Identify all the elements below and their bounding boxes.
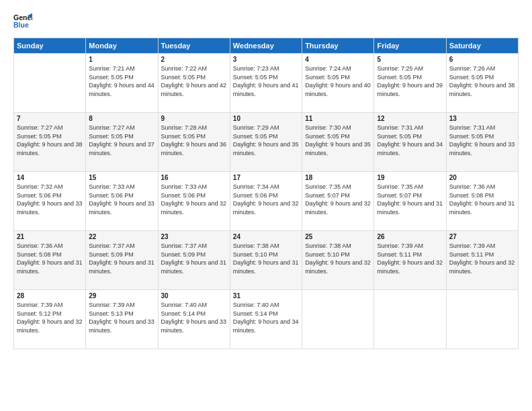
calendar-week-row: 28Sunrise: 7:39 AMSunset: 5:12 PMDayligh…: [14, 290, 519, 349]
weekday-header: Monday: [86, 38, 158, 54]
day-number: 8: [89, 115, 154, 122]
cell-info: Sunrise: 7:31 AMSunset: 5:05 PMDaylight:…: [377, 124, 443, 157]
weekday-header: Friday: [374, 38, 446, 54]
cell-info: Sunrise: 7:24 AMSunset: 5:05 PMDaylight:…: [305, 64, 371, 98]
calendar-cell: 2Sunrise: 7:22 AMSunset: 5:05 PMDaylight…: [158, 54, 230, 113]
cell-info: Sunrise: 7:37 AMSunset: 5:09 PMDaylight:…: [161, 242, 227, 275]
cell-info: Sunrise: 7:27 AMSunset: 5:05 PMDaylight:…: [17, 124, 83, 157]
day-number: 22: [89, 233, 154, 240]
cell-info: Sunrise: 7:36 AMSunset: 5:08 PMDaylight:…: [449, 183, 515, 216]
day-number: 12: [377, 115, 443, 122]
calendar-cell: 16Sunrise: 7:33 AMSunset: 5:06 PMDayligh…: [158, 172, 230, 231]
day-number: 24: [233, 233, 299, 240]
calendar-cell: 13Sunrise: 7:31 AMSunset: 5:05 PMDayligh…: [446, 113, 518, 172]
cell-info: Sunrise: 7:39 AMSunset: 5:13 PMDaylight:…: [89, 301, 154, 334]
calendar-week-row: 21Sunrise: 7:36 AMSunset: 5:08 PMDayligh…: [14, 231, 519, 290]
calendar-cell: 15Sunrise: 7:33 AMSunset: 5:06 PMDayligh…: [86, 172, 158, 231]
weekday-header: Saturday: [446, 38, 518, 54]
day-number: 11: [305, 115, 371, 122]
cell-info: Sunrise: 7:27 AMSunset: 5:05 PMDaylight:…: [89, 124, 154, 157]
day-number: 18: [305, 174, 371, 181]
cell-info: Sunrise: 7:35 AMSunset: 5:07 PMDaylight:…: [305, 183, 371, 216]
calendar-cell: 24Sunrise: 7:38 AMSunset: 5:10 PMDayligh…: [230, 231, 302, 290]
calendar-cell: 28Sunrise: 7:39 AMSunset: 5:12 PMDayligh…: [14, 290, 86, 349]
calendar-cell: 26Sunrise: 7:39 AMSunset: 5:11 PMDayligh…: [374, 231, 446, 290]
calendar-cell: [374, 290, 446, 349]
cell-info: Sunrise: 7:40 AMSunset: 5:14 PMDaylight:…: [233, 301, 299, 334]
cell-info: Sunrise: 7:34 AMSunset: 5:06 PMDaylight:…: [233, 183, 299, 216]
day-number: 10: [233, 115, 299, 122]
cell-info: Sunrise: 7:33 AMSunset: 5:06 PMDaylight:…: [161, 183, 227, 216]
calendar-week-row: 7Sunrise: 7:27 AMSunset: 5:05 PMDaylight…: [14, 113, 519, 172]
day-number: 14: [17, 174, 83, 181]
day-number: 13: [449, 115, 515, 122]
cell-info: Sunrise: 7:21 AMSunset: 5:05 PMDaylight:…: [89, 64, 154, 98]
calendar-table: SundayMondayTuesdayWednesdayThursdayFrid…: [13, 38, 519, 349]
calendar-cell: 22Sunrise: 7:37 AMSunset: 5:09 PMDayligh…: [86, 231, 158, 290]
logo-icon: General Blue: [13, 12, 32, 31]
calendar-cell: 8Sunrise: 7:27 AMSunset: 5:05 PMDaylight…: [86, 113, 158, 172]
cell-info: Sunrise: 7:32 AMSunset: 5:06 PMDaylight:…: [17, 183, 83, 216]
day-number: 20: [449, 174, 515, 181]
day-number: 15: [89, 174, 154, 181]
calendar-header-row: SundayMondayTuesdayWednesdayThursdayFrid…: [14, 38, 519, 54]
calendar-page: General Blue SundayMondayTuesdayWednesda…: [0, 0, 532, 411]
calendar-cell: [302, 290, 374, 349]
calendar-cell: 18Sunrise: 7:35 AMSunset: 5:07 PMDayligh…: [302, 172, 374, 231]
svg-text:Blue: Blue: [13, 21, 29, 29]
day-number: 27: [449, 233, 515, 240]
cell-info: Sunrise: 7:37 AMSunset: 5:09 PMDaylight:…: [89, 242, 154, 275]
calendar-cell: [446, 290, 518, 349]
calendar-cell: 7Sunrise: 7:27 AMSunset: 5:05 PMDaylight…: [14, 113, 86, 172]
calendar-cell: 9Sunrise: 7:28 AMSunset: 5:05 PMDaylight…: [158, 113, 230, 172]
day-number: 17: [233, 174, 299, 181]
calendar-cell: 23Sunrise: 7:37 AMSunset: 5:09 PMDayligh…: [158, 231, 230, 290]
calendar-cell: 20Sunrise: 7:36 AMSunset: 5:08 PMDayligh…: [446, 172, 518, 231]
cell-info: Sunrise: 7:38 AMSunset: 5:10 PMDaylight:…: [305, 242, 371, 275]
day-number: 9: [161, 115, 227, 122]
weekday-header: Wednesday: [230, 38, 302, 54]
calendar-cell: 3Sunrise: 7:23 AMSunset: 5:05 PMDaylight…: [230, 54, 302, 113]
day-number: 16: [161, 174, 227, 181]
cell-info: Sunrise: 7:39 AMSunset: 5:12 PMDaylight:…: [17, 301, 83, 334]
day-number: 26: [377, 233, 443, 240]
calendar-cell: 31Sunrise: 7:40 AMSunset: 5:14 PMDayligh…: [230, 290, 302, 349]
weekday-header: Tuesday: [158, 38, 230, 54]
weekday-header: Sunday: [14, 38, 86, 54]
calendar-cell: 29Sunrise: 7:39 AMSunset: 5:13 PMDayligh…: [86, 290, 158, 349]
cell-info: Sunrise: 7:39 AMSunset: 5:11 PMDaylight:…: [377, 242, 443, 275]
cell-info: Sunrise: 7:36 AMSunset: 5:08 PMDaylight:…: [17, 242, 83, 275]
cell-info: Sunrise: 7:31 AMSunset: 5:05 PMDaylight:…: [449, 124, 515, 157]
day-number: 5: [377, 56, 443, 63]
calendar-cell: 1Sunrise: 7:21 AMSunset: 5:05 PMDaylight…: [86, 54, 158, 113]
calendar-body: 1Sunrise: 7:21 AMSunset: 5:05 PMDaylight…: [14, 54, 519, 349]
day-number: 6: [449, 56, 515, 63]
day-number: 4: [305, 56, 371, 63]
cell-info: Sunrise: 7:40 AMSunset: 5:14 PMDaylight:…: [161, 301, 227, 334]
calendar-cell: 10Sunrise: 7:29 AMSunset: 5:05 PMDayligh…: [230, 113, 302, 172]
day-number: 28: [17, 292, 83, 300]
calendar-cell: 21Sunrise: 7:36 AMSunset: 5:08 PMDayligh…: [14, 231, 86, 290]
calendar-cell: 4Sunrise: 7:24 AMSunset: 5:05 PMDaylight…: [302, 54, 374, 113]
calendar-cell: 25Sunrise: 7:38 AMSunset: 5:10 PMDayligh…: [302, 231, 374, 290]
header: General Blue: [13, 12, 519, 31]
calendar-week-row: 1Sunrise: 7:21 AMSunset: 5:05 PMDaylight…: [14, 54, 519, 113]
day-number: 23: [161, 233, 227, 240]
day-number: 2: [161, 56, 227, 63]
calendar-cell: 30Sunrise: 7:40 AMSunset: 5:14 PMDayligh…: [158, 290, 230, 349]
calendar-cell: [14, 54, 86, 113]
logo: General Blue: [13, 12, 32, 31]
day-number: 21: [17, 233, 83, 240]
calendar-cell: 19Sunrise: 7:35 AMSunset: 5:07 PMDayligh…: [374, 172, 446, 231]
calendar-cell: 17Sunrise: 7:34 AMSunset: 5:06 PMDayligh…: [230, 172, 302, 231]
day-number: 19: [377, 174, 443, 181]
cell-info: Sunrise: 7:30 AMSunset: 5:05 PMDaylight:…: [305, 124, 371, 157]
day-number: 3: [233, 56, 299, 63]
calendar-cell: 6Sunrise: 7:26 AMSunset: 5:05 PMDaylight…: [446, 54, 518, 113]
cell-info: Sunrise: 7:35 AMSunset: 5:07 PMDaylight:…: [377, 183, 443, 216]
cell-info: Sunrise: 7:23 AMSunset: 5:05 PMDaylight:…: [233, 64, 299, 98]
cell-info: Sunrise: 7:38 AMSunset: 5:10 PMDaylight:…: [233, 242, 299, 275]
day-number: 7: [17, 115, 83, 122]
day-number: 31: [233, 292, 299, 300]
weekday-header: Thursday: [302, 38, 374, 54]
